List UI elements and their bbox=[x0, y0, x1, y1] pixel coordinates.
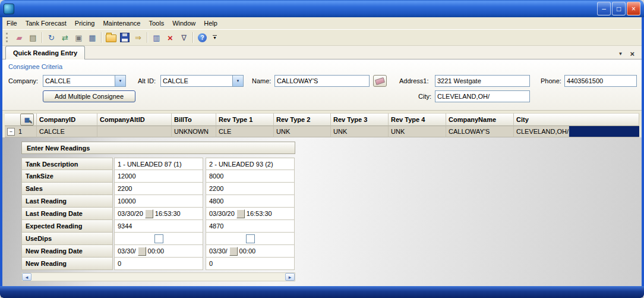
date-picker-button[interactable] bbox=[229, 247, 238, 256]
open-folder-icon[interactable] bbox=[104, 31, 118, 44]
column-header-companyid[interactable]: CompanyID bbox=[37, 113, 97, 126]
toolbar-separator bbox=[147, 32, 148, 43]
eraser-icon[interactable]: ▰ bbox=[12, 31, 26, 44]
tank1-last-reading: 10000 bbox=[114, 195, 203, 208]
date-picker-button[interactable] bbox=[236, 209, 245, 218]
tank1-sales: 2200 bbox=[114, 183, 203, 195]
table-view-icon[interactable]: ▦ bbox=[86, 31, 99, 44]
column-header-companyname[interactable]: CompanyName bbox=[446, 113, 514, 126]
cell-companyname[interactable]: CALLOWAY'S bbox=[446, 126, 514, 137]
tank1-usedips-cell bbox=[114, 233, 203, 245]
export-icon[interactable]: ⇒ bbox=[131, 31, 145, 44]
filter-icon[interactable]: ∇ bbox=[177, 31, 191, 44]
name-field[interactable] bbox=[274, 75, 370, 87]
column-header-revtype3[interactable]: Rev Type 3 bbox=[331, 113, 389, 126]
cell-companyid[interactable]: CALCLE bbox=[37, 126, 97, 137]
column-header-revtype2[interactable]: Rev Type 2 bbox=[274, 113, 331, 126]
menu-item-tank-forecast[interactable]: Tank Forecast bbox=[21, 18, 71, 29]
menu-item-tools[interactable]: Tools bbox=[144, 18, 168, 29]
save-icon[interactable] bbox=[118, 31, 131, 44]
tank2-last-reading-date[interactable]: 03/30/20 16:53:30 bbox=[206, 208, 295, 220]
window-border-right bbox=[642, 17, 644, 286]
report-icon[interactable]: ▤ bbox=[26, 31, 40, 44]
add-multiple-consignee-button[interactable]: Add Multiple Consignee bbox=[43, 90, 135, 102]
tab-list-dropdown-icon[interactable]: ▼ bbox=[618, 51, 623, 57]
tank2-new-reading-field[interactable]: 0 bbox=[206, 258, 295, 270]
close-button[interactable]: × bbox=[627, 2, 640, 15]
toolbar-grip[interactable] bbox=[6, 33, 10, 42]
menu-item-file[interactable]: File bbox=[2, 18, 21, 29]
scroll-left-icon: ◂ bbox=[26, 274, 29, 280]
horizontal-scrollbar[interactable]: ◂ ▸ bbox=[21, 272, 295, 281]
chevron-down-icon[interactable]: ▼ bbox=[232, 76, 243, 86]
cell-billto[interactable]: UNKNOWN bbox=[172, 126, 216, 137]
scroll-right-button[interactable]: ▸ bbox=[285, 273, 295, 281]
tab-label: Quick Reading Entry bbox=[13, 49, 77, 57]
tank1-usedips-checkbox[interactable] bbox=[154, 234, 163, 243]
maximize-button[interactable]: □ bbox=[612, 2, 626, 15]
row-number: 1 bbox=[18, 128, 22, 135]
tank2-description: 2 - UNLEADED 93 (2) bbox=[206, 158, 295, 170]
menu-item-help[interactable]: Help bbox=[200, 18, 222, 29]
company-combo-value: CALCLE bbox=[43, 76, 115, 86]
app-window: – □ × File Tank Forecast Pricing Mainten… bbox=[0, 0, 644, 298]
phone-field[interactable] bbox=[564, 75, 637, 87]
detail-panel: Enter New Readings Tank Description Tank… bbox=[2, 137, 642, 286]
title-bar[interactable]: – □ × bbox=[0, 0, 644, 17]
menu-item-pricing[interactable]: Pricing bbox=[71, 18, 99, 29]
tank2-sales: 2200 bbox=[206, 183, 295, 195]
altid-combo[interactable]: CALCLE ▼ bbox=[160, 75, 244, 87]
tank1-last-reading-date[interactable]: 03/30/20 16:53:30 bbox=[114, 208, 203, 220]
tab-strip: Quick Reading Entry ▼ × bbox=[2, 46, 642, 59]
column-header-city[interactable]: City bbox=[514, 113, 639, 126]
tank2-usedips-cell bbox=[206, 233, 295, 245]
help-icon[interactable]: ? bbox=[195, 31, 209, 44]
column-header-revtype1[interactable]: Rev Type 1 bbox=[216, 113, 274, 126]
row-header-cell[interactable]: − 1 bbox=[5, 126, 37, 137]
cell-revtype3[interactable]: UNK bbox=[331, 126, 389, 137]
detail-title: Enter New Readings bbox=[21, 142, 295, 154]
cell-revtype2[interactable]: UNK bbox=[274, 126, 331, 137]
toolbar-separator bbox=[42, 32, 43, 43]
phone-label: Phone: bbox=[541, 77, 561, 84]
cell-revtype1[interactable]: CLE bbox=[216, 126, 274, 137]
tank2-usedips-checkbox[interactable] bbox=[246, 234, 255, 243]
date-picker-button[interactable] bbox=[145, 209, 153, 218]
delete-icon[interactable]: × bbox=[163, 31, 177, 44]
cell-companyaltid[interactable] bbox=[97, 126, 172, 137]
tank2-new-reading-date[interactable]: 03/30/ 00:00 bbox=[206, 245, 295, 258]
minimize-button[interactable]: – bbox=[597, 2, 611, 15]
altid-label: Alt ID: bbox=[138, 77, 156, 84]
cell-revtype4[interactable]: UNK bbox=[389, 126, 446, 137]
app-icon bbox=[4, 4, 14, 14]
chevron-down-icon[interactable]: ▼ bbox=[115, 76, 125, 86]
address1-field[interactable] bbox=[435, 75, 530, 87]
detail-label-tank-description: Tank Description bbox=[21, 158, 113, 170]
tab-quick-reading-entry[interactable]: Quick Reading Entry bbox=[5, 46, 85, 59]
scroll-left-button[interactable]: ◂ bbox=[22, 273, 31, 281]
detail-label-last-reading-date: Last Reading Date bbox=[21, 208, 113, 220]
tank1-new-reading-date[interactable]: 03/30/ 00:00 bbox=[114, 245, 203, 258]
column-header-billto[interactable]: BillTo bbox=[172, 113, 216, 126]
transfer-icon[interactable]: ⇄ bbox=[58, 31, 72, 44]
column-header-revtype4[interactable]: Rev Type 4 bbox=[389, 113, 446, 126]
collapse-row-button[interactable]: − bbox=[7, 128, 15, 136]
cell-city[interactable]: CLEVELAND,OH/ bbox=[514, 126, 569, 137]
menu-item-window[interactable]: Window bbox=[168, 18, 200, 29]
city-field[interactable] bbox=[435, 90, 530, 102]
company-combo[interactable]: CALCLE ▼ bbox=[43, 75, 126, 87]
insert-column-icon[interactable]: ▥ bbox=[150, 31, 163, 44]
refresh-form-icon[interactable]: ↻ bbox=[45, 31, 58, 44]
city-label: City: bbox=[418, 93, 431, 100]
maximize-icon: □ bbox=[617, 5, 621, 13]
close-tab-icon[interactable]: × bbox=[630, 49, 634, 58]
toolbar-overflow-button[interactable]: ▾ bbox=[213, 35, 217, 40]
date-picker-button[interactable] bbox=[138, 247, 146, 256]
grid-settings-button[interactable]: ▦ ✎ bbox=[20, 114, 34, 126]
copy-icon[interactable]: ▣ bbox=[72, 31, 86, 44]
clear-name-button[interactable] bbox=[373, 75, 387, 87]
menu-item-maintenance[interactable]: Maintenance bbox=[99, 18, 144, 29]
tank1-new-reading-field[interactable]: 0 bbox=[114, 258, 203, 270]
column-header-companyaltid[interactable]: CompanyAltID bbox=[97, 113, 172, 126]
detail-label-last-reading: Last Reading bbox=[21, 195, 113, 208]
